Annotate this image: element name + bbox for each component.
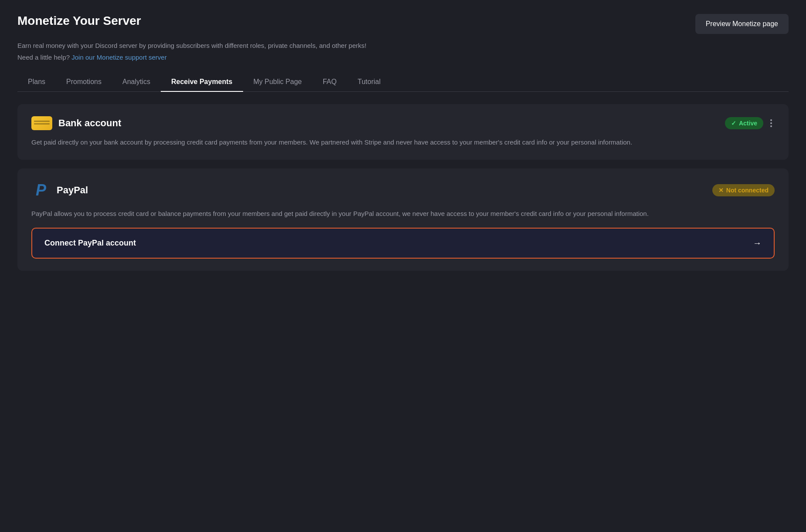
not-connected-badge: ✕ Not connected xyxy=(712,184,775,196)
paypal-card-title-row: P PayPal xyxy=(31,181,88,200)
tab-receive-payments[interactable]: Receive Payments xyxy=(161,73,243,92)
bank-card-menu-button[interactable] xyxy=(768,118,775,129)
not-connected-x-icon: ✕ xyxy=(718,187,724,194)
dot-3 xyxy=(770,125,772,127)
bank-account-card: Bank account ✓ Active Get paid directly … xyxy=(17,104,789,160)
bank-card-title-row: Bank account xyxy=(31,116,121,130)
tab-promotions[interactable]: Promotions xyxy=(56,73,112,92)
dot-2 xyxy=(770,122,772,124)
bank-card-title: Bank account xyxy=(58,118,121,129)
tab-faq[interactable]: FAQ xyxy=(312,73,347,92)
tab-analytics[interactable]: Analytics xyxy=(112,73,161,92)
connect-paypal-label: Connect PayPal account xyxy=(44,239,136,248)
tab-plans[interactable]: Plans xyxy=(17,73,56,92)
support-link[interactable]: Join our Monetize support server xyxy=(71,54,166,61)
active-check-icon: ✓ xyxy=(731,120,736,127)
page-subtitle: Earn real money with your Discord server… xyxy=(17,41,789,51)
preview-monetize-button[interactable]: Preview Monetize page xyxy=(695,14,789,34)
content-area: Bank account ✓ Active Get paid directly … xyxy=(17,104,789,271)
paypal-logo-letter: P xyxy=(36,182,46,198)
connect-paypal-button[interactable]: Connect PayPal account → xyxy=(31,228,775,259)
active-label: Active xyxy=(739,120,757,127)
connect-paypal-arrow-icon: → xyxy=(753,238,762,248)
tab-my-public-page[interactable]: My Public Page xyxy=(243,73,312,92)
paypal-card: P PayPal ✕ Not connected PayPal allows y… xyxy=(17,168,789,271)
paypal-card-description: PayPal allows you to process credit card… xyxy=(31,209,775,219)
bank-card-description: Get paid directly on your bank account b… xyxy=(31,137,775,148)
page-title: Monetize Your Server xyxy=(17,14,141,28)
not-connected-label: Not connected xyxy=(726,187,769,194)
support-text: Need a little help? Join our Monetize su… xyxy=(17,53,789,63)
dot-1 xyxy=(770,119,772,121)
bank-card-header: Bank account ✓ Active xyxy=(31,116,775,130)
paypal-icon: P xyxy=(31,181,51,200)
active-badge: ✓ Active xyxy=(725,117,763,129)
tabs-nav: Plans Promotions Analytics Receive Payme… xyxy=(17,73,789,92)
tab-tutorial[interactable]: Tutorial xyxy=(347,73,391,92)
bank-card-actions: ✓ Active xyxy=(725,117,775,129)
paypal-card-upper: P PayPal ✕ Not connected xyxy=(31,181,775,200)
paypal-card-title: PayPal xyxy=(57,185,88,196)
bank-icon xyxy=(31,116,52,130)
